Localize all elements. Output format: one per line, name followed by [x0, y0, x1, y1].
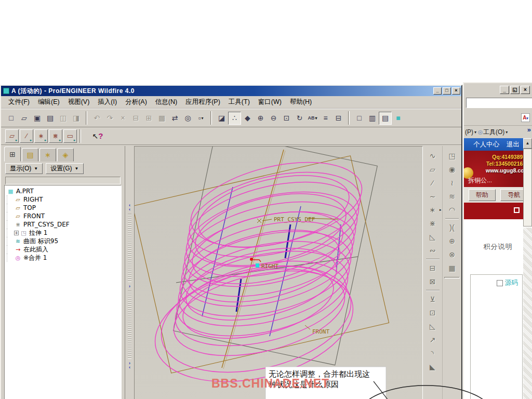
pattern-tool[interactable]: ▦ — [445, 261, 459, 275]
reorient-button[interactable]: ↻ — [293, 112, 306, 125]
menu-8[interactable]: 窗口(W) — [254, 96, 286, 108]
plane-display-toggle[interactable]: ▱● — [5, 129, 19, 143]
datum-axis-tool[interactable]: ∕ — [426, 176, 440, 190]
regenerate-button[interactable]: ⇄ — [168, 112, 181, 125]
menu-4[interactable]: 分析(A) — [121, 96, 151, 108]
scrollbar-track[interactable] — [523, 228, 532, 399]
browser-scrollbar[interactable]: ▲ — [523, 138, 532, 399]
shaded-button[interactable]: ■ — [392, 112, 405, 125]
personal-center-link[interactable]: 个人中心 — [473, 140, 499, 149]
logout-link[interactable]: 退出 — [507, 140, 520, 149]
draft-tool[interactable]: ⊻ — [426, 292, 440, 306]
page-menu-partial[interactable]: (P) — [465, 128, 473, 136]
tree-item-merge[interactable]: ◎※合并 1 — [7, 254, 121, 262]
links-tool[interactable]: ∾ — [426, 244, 440, 257]
datum-point-tool[interactable]: ∗▸ — [426, 203, 440, 217]
refit-button[interactable]: ⊡ — [280, 112, 293, 125]
menu-0[interactable]: 文件(F) — [4, 96, 34, 108]
tree-item-csys[interactable]: ⋇PRT_CSYS_DEF — [7, 220, 121, 229]
collapse-left-icon[interactable]: ‹ — [129, 365, 130, 369]
paste-button[interactable]: ⊞ — [142, 112, 155, 125]
sketcher-display-button[interactable]: ◪ — [215, 112, 228, 125]
select-rectangle-button[interactable]: ▫▾ — [194, 112, 207, 125]
annotation-display-toggle[interactable]: ▭● — [63, 129, 77, 143]
close-button[interactable]: × — [452, 87, 460, 95]
extend-tool[interactable]: ↗ — [426, 333, 440, 347]
analysis-tool[interactable]: ◺ — [426, 230, 440, 244]
copy-button[interactable]: ⊟ — [129, 112, 142, 125]
chamfer-tool[interactable]: ◣ — [426, 360, 440, 374]
tab-model-tree[interactable]: ⊞ — [4, 147, 21, 162]
axis-display-toggle[interactable]: ∕● — [20, 129, 33, 143]
trim-tool[interactable]: ◺ — [426, 320, 440, 333]
open-file-button[interactable]: ▱ — [18, 112, 31, 125]
search-input[interactable] — [466, 98, 532, 108]
title-bar[interactable]: A (活动的) - Pro/ENGINEER Wildfire 4.0 _ □ … — [1, 86, 461, 96]
hidden-line-button[interactable]: ▥ — [366, 112, 379, 125]
tools-menu[interactable]: 工具(O) — [483, 128, 504, 137]
collapse-left-icon[interactable]: ‹ — [129, 207, 130, 211]
copy-geometry-tool[interactable]: ⊟ — [426, 261, 440, 275]
pdf-convert-icon[interactable]: A▾ — [521, 113, 530, 122]
new-file-button[interactable]: □ — [5, 112, 18, 125]
datum-csys-tool[interactable]: ⋇ — [426, 217, 440, 230]
navigator-sash[interactable]: ‹ ‹ › › ‹ — [125, 146, 134, 399]
point-display-toggle[interactable]: ∗● — [34, 129, 48, 143]
browser-minimize-button[interactable]: _ — [500, 86, 509, 94]
tab-folder-browser[interactable]: ▤ — [22, 148, 38, 162]
help-button[interactable]: 帮助 — [469, 189, 496, 201]
tree-item-right[interactable]: ▱RIGHT — [7, 195, 121, 204]
toolbar-overflow-chevron[interactable]: » — [527, 126, 531, 134]
style-tool[interactable]: ∿ — [426, 149, 440, 163]
expand-right-icon[interactable]: › — [129, 284, 130, 288]
expand-icon[interactable]: + — [14, 231, 19, 235]
source-checkbox[interactable] — [497, 280, 503, 286]
undo-button[interactable]: ↶ — [90, 112, 103, 125]
menu-2[interactable]: 视图(V) — [64, 96, 94, 108]
extrude-tool[interactable]: ◳ — [445, 149, 459, 163]
csys-display-toggle[interactable]: ⋇● — [49, 129, 62, 143]
browser-close-button[interactable]: × — [521, 86, 530, 94]
datum-curve-tool[interactable]: ∼ — [426, 190, 440, 203]
tree-item-front[interactable]: ▱FRONT — [7, 212, 121, 220]
fillet-tool[interactable]: )( — [445, 221, 459, 234]
context-help-button[interactable]: ↖ ? — [90, 129, 105, 143]
menu-7[interactable]: 工具(T) — [224, 96, 254, 108]
swept-blend-tool[interactable]: ≋ — [445, 190, 459, 203]
tree-item-top[interactable]: ▱TOP — [7, 204, 121, 212]
zoom-out-button[interactable]: ⊖ — [267, 112, 280, 125]
publish-geometry-tool[interactable]: ⊠ — [426, 275, 440, 288]
layers-button[interactable]: ≡ — [319, 112, 332, 125]
sweep-tool[interactable]: ≀ — [445, 176, 459, 190]
spin-center-toggle[interactable]: ∴ — [228, 112, 241, 125]
find-button[interactable]: ◎ — [181, 112, 194, 125]
intersect-tool[interactable]: ⊗ — [445, 248, 459, 261]
tree-item-insert-here[interactable]: →在此插入 — [7, 245, 121, 254]
scroll-up-button[interactable]: ▲ — [523, 138, 532, 149]
sash-grip[interactable] — [128, 290, 131, 359]
show-dropdown-button[interactable]: 显示(O) ▼ — [5, 163, 43, 174]
maximize-button[interactable]: □ — [443, 87, 451, 95]
copy-model-button[interactable]: ◫ — [57, 112, 70, 125]
tree-item-part[interactable]: ■A.PRT — [7, 187, 121, 195]
tab-connections[interactable]: ◈ — [57, 148, 74, 162]
orient-mode-button[interactable]: ◆ — [241, 112, 254, 125]
saved-views-button[interactable]: AB▾ — [306, 112, 319, 125]
no-hidden-button[interactable]: ▤ — [379, 112, 392, 125]
datum-plane-tool[interactable]: ▱ — [426, 163, 440, 176]
cut-button[interactable]: × — [116, 112, 129, 125]
tree-item-quilt[interactable]: ≋曲面 标识95 — [7, 237, 121, 245]
redo-button[interactable]: ↷ — [103, 112, 116, 125]
graphics-area[interactable]: PRT_CSYS_DEF RIGHT FRONT 无论怎样调整，合并都出现这 种… — [134, 146, 423, 399]
round-tool[interactable]: ◝ — [426, 347, 440, 360]
settings-dropdown-button[interactable]: 设置(G) ▼ — [46, 163, 83, 174]
print-button[interactable]: ▤ — [44, 112, 57, 125]
wireframe-button[interactable]: □ — [353, 112, 366, 125]
send-mail-button[interactable]: ◨ — [70, 112, 83, 125]
ad-banner[interactable]: Qq:414938978 Tel:13450021618 www.ugug8.c… — [464, 151, 532, 187]
menu-1[interactable]: 编辑(E) — [34, 96, 64, 108]
sash-grip[interactable] — [128, 214, 131, 282]
menu-9[interactable]: 帮助(H) — [286, 96, 316, 108]
view-manager-button[interactable]: ⊟ — [332, 112, 345, 125]
tree-filter-bar[interactable] — [5, 177, 121, 184]
